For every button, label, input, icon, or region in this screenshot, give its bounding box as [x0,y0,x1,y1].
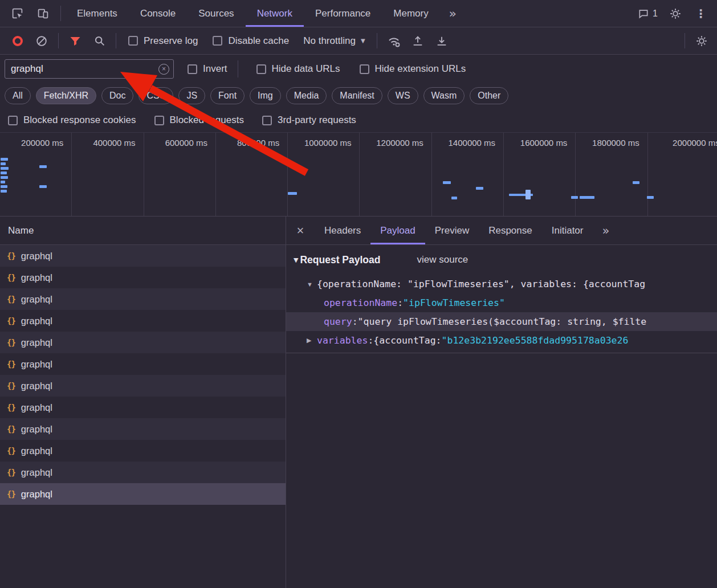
detail-tab-response[interactable]: Response [479,217,542,244]
filter-chip-fetch-xhr[interactable]: Fetch/XHR [36,87,96,104]
requests-panel: Name {}graphql {}graphql {}graphql {}gra… [0,217,286,588]
waterfall-mark [525,190,531,199]
checkbox-icon [128,36,138,46]
request-row[interactable]: {}graphql [0,462,286,483]
filter-chip-wasm[interactable]: Wasm [423,87,465,104]
payload-row-selected[interactable]: query : "query ipFlowTimeseries($account… [286,312,717,331]
more-detail-tabs-button[interactable]: » [593,217,618,244]
request-row[interactable]: {}graphql [0,440,286,462]
waterfall-mark [1,190,7,193]
details-tab-bar: × Headers Payload Preview Response Initi… [286,217,717,245]
network-conditions-button[interactable] [382,29,406,53]
detail-tab-initiator[interactable]: Initiator [542,217,593,244]
request-row[interactable]: {}graphql [0,288,286,310]
name-column-header[interactable]: Name [0,217,286,245]
waterfall-mark [39,165,47,168]
tab-console[interactable]: Console [129,0,187,27]
view-source-link[interactable]: view source [417,254,469,266]
more-tabs-button[interactable]: » [440,0,466,27]
close-details-button[interactable]: × [286,217,315,244]
blocked-requests-checkbox[interactable]: Blocked requests [154,115,244,126]
section-expander-icon[interactable]: ▼ [294,256,298,264]
request-row[interactable]: {}graphql [0,418,286,440]
checkbox-icon [262,116,272,125]
filter-chip-other[interactable]: Other [470,87,508,104]
network-filter-input[interactable] [5,63,173,75]
request-row-selected[interactable]: {}graphql [0,483,286,505]
filter-chip-img[interactable]: Img [250,87,281,104]
tabbar-right-cluster: 1 ⋮ [630,0,717,27]
payload-value: {operationName: "ipFlowTimeseries", vari… [317,279,645,289]
waterfall-mark [1,162,6,165]
import-har-button[interactable] [406,29,430,53]
record-button[interactable] [6,29,30,53]
filter-chip-ws[interactable]: WS [388,87,418,104]
request-row[interactable]: {}graphql [0,375,286,397]
blocked-response-cookies-checkbox[interactable]: Blocked response cookies [8,115,136,126]
payload-row[interactable]: operationName : "ipFlowTimeseries" [286,293,717,312]
tab-performance[interactable]: Performance [304,0,382,27]
checkbox-icon [256,64,266,74]
clear-filter-icon[interactable]: × [158,64,169,75]
detail-tab-payload[interactable]: Payload [370,217,425,244]
filter-chip-doc[interactable]: Doc [101,87,133,104]
request-row[interactable]: {}graphql [0,397,286,418]
request-row[interactable]: {}graphql [0,353,286,375]
payload-row[interactable]: ▶ variables : {accountTag: "b12e3b2192ee… [286,331,717,350]
tab-elements[interactable]: Elements [66,0,129,27]
filter-chip-css[interactable]: CSS [138,87,173,104]
payload-key: operationName [324,297,397,308]
kebab-menu-button[interactable]: ⋮ [688,0,714,27]
json-icon: {} [7,316,15,325]
request-row[interactable]: {}graphql [0,267,286,288]
settings-button[interactable] [662,0,688,27]
filter-chip-js[interactable]: JS [178,87,205,104]
clear-log-button[interactable] [30,29,54,53]
inspect-element-button[interactable] [5,0,30,27]
json-icon: {} [7,424,15,434]
request-name: graphql [21,337,52,348]
third-party-requests-checkbox[interactable]: 3rd-party requests [262,115,356,126]
filter-toggle-button[interactable] [63,29,87,53]
filter-chip-all[interactable]: All [5,87,31,104]
tab-sources[interactable]: Sources [187,0,245,27]
device-toolbar-button[interactable] [30,0,56,27]
main-split: Name {}graphql {}graphql {}graphql {}gra… [0,217,717,588]
json-icon: {} [7,338,15,347]
search-button[interactable] [87,29,111,53]
payload-value: "query ipFlowTimeseries($accountTag: str… [358,316,647,327]
hide-extension-urls-checkbox[interactable]: Hide extension URLs [360,63,466,75]
export-har-button[interactable] [430,29,454,53]
tab-network[interactable]: Network [246,0,304,27]
timeline-overview[interactable]: 200000 ms 400000 ms 600000 ms 800000 ms … [0,132,717,217]
divider [60,6,61,21]
tab-memory[interactable]: Memory [382,0,439,27]
json-icon: {} [7,403,15,412]
hide-extension-urls-label: Hide extension URLs [375,63,466,75]
payload-row[interactable]: ▼ {operationName: "ipFlowTimeseries", va… [286,275,717,293]
checkbox-icon [188,64,197,74]
detail-tab-headers[interactable]: Headers [315,217,370,244]
device-toolbar-icon [37,7,49,19]
filter-chip-manifest[interactable]: Manifest [332,87,382,104]
waterfall-mark [451,197,457,199]
disable-cache-checkbox[interactable]: Disable cache [213,35,289,47]
request-row[interactable]: {}graphql [0,332,286,353]
extra-filters-row: Blocked response cookies Blocked request… [0,108,717,132]
filter-chip-font[interactable]: Font [210,87,245,104]
detail-tab-preview[interactable]: Preview [425,217,479,244]
request-row[interactable]: {}graphql [0,245,286,267]
hide-data-urls-checkbox[interactable]: Hide data URLs [256,63,340,75]
more-tabs-icon: » [602,224,609,238]
invert-checkbox[interactable]: Invert [188,63,227,75]
network-settings-button[interactable] [690,29,714,53]
type-filter-row: All Fetch/XHR Doc CSS JS Font Img Media … [0,83,717,108]
expander-icon: ▶ [307,337,317,344]
preserve-log-checkbox[interactable]: Preserve log [128,35,198,47]
request-row[interactable]: {}graphql [0,310,286,332]
payload-section-title[interactable]: Request Payload [300,254,380,266]
blocked-requests-label: Blocked requests [170,115,244,126]
request-name: graphql [21,359,52,370]
throttling-select[interactable]: No throttling ▼ [303,35,365,47]
filter-chip-media[interactable]: Media [286,87,327,104]
